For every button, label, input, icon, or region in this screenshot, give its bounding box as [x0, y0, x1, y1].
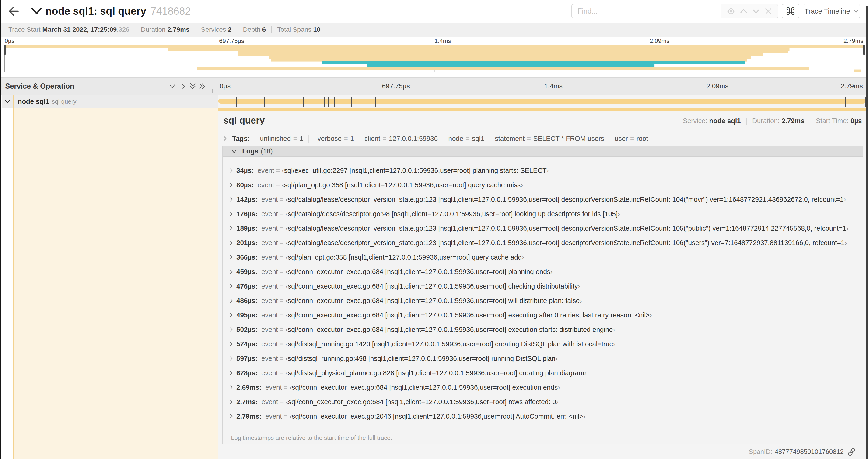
log-value: ‹sql/conn_executor_exec.go:684 [nsql1,cl… [286, 398, 558, 406]
log-row[interactable]: 459µs: event = ‹sql/conn_executor_exec.g… [223, 264, 863, 279]
log-row[interactable]: 502µs: event = ‹sql/conn_executor_exec.g… [223, 322, 863, 337]
log-row[interactable]: 142µs: event = ‹sql/catalog/lease/descri… [223, 192, 863, 207]
deep-link-icon[interactable] [847, 448, 856, 456]
back-arrow-icon [8, 6, 19, 16]
log-value: ‹sql/distsql_running.go:498 [nsql1,clien… [286, 355, 558, 362]
span-collapse-chevron-icon[interactable] [5, 100, 10, 104]
log-rows: 34µs: event = ‹sql/exec_util.go:2297 [ns… [223, 157, 863, 424]
minimap-tick-3: 2.09ms [650, 37, 670, 44]
log-field: event [261, 312, 278, 319]
log-expand-chevron-icon [229, 211, 233, 217]
log-value: ‹sql/distsql_running.go:1420 [nsql1,clie… [286, 340, 616, 348]
tag-equals: = [291, 135, 300, 142]
span-log-mark [333, 97, 334, 107]
log-row[interactable]: 495µs: event = ‹sql/conn_executor_exec.g… [223, 308, 863, 322]
log-expand-chevron-icon [229, 226, 233, 231]
tag-value: sql1 [472, 135, 485, 142]
log-expand-chevron-icon [229, 327, 233, 332]
log-field: event [261, 355, 278, 362]
trace-total-spans: Total Spans 10 [277, 26, 320, 33]
back-button[interactable] [1, 0, 26, 22]
logs-header[interactable]: Logs (18) [223, 146, 863, 157]
collapse-one-icon[interactable] [169, 83, 176, 89]
log-row[interactable]: 486µs: event = ‹sql/conn_executor_exec.g… [223, 293, 863, 308]
log-row[interactable]: 2.7ms: event = ‹sql/conn_executor_exec.g… [223, 395, 863, 409]
log-equals: = [276, 181, 280, 189]
service-operation-header: Service & Operation [5, 78, 74, 95]
minimap-span-bar [239, 53, 763, 56]
focus-target-icon[interactable] [727, 7, 735, 15]
log-expand-chevron-icon [229, 341, 233, 347]
span-indent-guide[interactable] [13, 95, 14, 108]
log-row[interactable]: 597µs: event = ‹sql/distsql_running.go:4… [223, 351, 863, 366]
detail-overview: Service: node sql1 Duration: 2.79ms Star… [683, 117, 862, 125]
trace-minimap[interactable] [4, 45, 865, 72]
expand-one-icon[interactable] [180, 83, 186, 89]
clear-find-icon[interactable] [765, 7, 772, 15]
log-value: ‹sql/plan_opt.go:358 [nsql1,client=127.0… [286, 254, 524, 261]
span-log-mark [843, 97, 843, 107]
tag-item[interactable]: node=sql1 [443, 135, 490, 142]
log-equals: = [280, 283, 284, 290]
log-row[interactable]: 2.69ms: event = ‹sql/conn_executor_exec.… [223, 380, 863, 395]
log-row[interactable]: 80µs: event = ‹sql/plan_opt.go:358 [nsql… [223, 178, 863, 192]
column-divider[interactable] [218, 78, 218, 95]
find-input[interactable] [572, 4, 721, 18]
tag-item[interactable]: _verbose=1 [309, 135, 359, 142]
separator [810, 118, 810, 125]
tag-key: statement [495, 135, 525, 142]
span-row[interactable]: node sql1 sql query [1, 95, 866, 108]
keyboard-shortcuts-button[interactable]: ⌘ [782, 4, 799, 19]
log-equals: = [280, 268, 284, 276]
page-title: node sql1: sql query 7418682 [45, 0, 191, 22]
log-row[interactable]: 678µs: event = ‹sql/distsql_physical_pla… [223, 366, 863, 380]
separator [135, 26, 135, 33]
log-row[interactable]: 201µs: event = ‹sql/catalog/lease/descri… [223, 236, 863, 250]
log-row[interactable]: 2.79ms: event = ‹sql/conn_executor_exec.… [223, 409, 863, 424]
header-tick-3: 2.09ms [706, 78, 728, 95]
find-box [571, 4, 778, 19]
log-row[interactable]: 176µs: event = ‹sql/catalog/descs/descri… [223, 207, 863, 221]
tag-item[interactable]: user=root [610, 135, 653, 142]
log-timestamp: 502µs: [236, 326, 257, 333]
span-duration-bar[interactable] [218, 99, 866, 104]
trace-start: Trace Start March 31 2022, 17:25:09.326 [8, 26, 129, 33]
span-row-timeline[interactable] [218, 95, 866, 108]
tags-expand-chevron-icon [223, 136, 227, 141]
log-row[interactable]: 476µs: event = ‹sql/conn_executor_exec.g… [223, 279, 863, 293]
collapse-trace-chevron-icon[interactable] [31, 7, 42, 15]
span-log-mark [328, 97, 329, 107]
next-result-icon[interactable] [752, 7, 760, 15]
tag-equals: = [525, 135, 533, 142]
tag-item[interactable]: client=127.0.0.1:59936 [359, 135, 443, 142]
log-timestamp: 2.7ms: [236, 398, 258, 406]
trace-id: 7418682 [151, 5, 191, 17]
tag-value: SELECT * FROM users [533, 135, 604, 142]
tag-equals: = [463, 135, 472, 142]
tag-item[interactable]: statement=SELECT * FROM users [490, 135, 610, 142]
log-row[interactable]: 574µs: event = ‹sql/distsql_running.go:1… [223, 337, 863, 351]
trace-duration: Duration 2.79ms [141, 26, 190, 33]
log-field: event [265, 413, 282, 420]
log-field: event [261, 254, 278, 261]
vertical-scrollbar[interactable] [866, 6, 868, 459]
log-field: event [261, 398, 278, 406]
tag-value: 127.0.0.1:59936 [389, 135, 438, 142]
trace-view-dropdown[interactable]: Trace Timeline [804, 4, 860, 19]
collapse-all-icon[interactable] [189, 83, 196, 89]
log-timestamp: 2.79ms: [236, 413, 261, 420]
log-field: event [257, 167, 274, 174]
header-gridline [704, 78, 704, 95]
tag-item[interactable]: _unfinished=1 [251, 135, 308, 142]
log-row[interactable]: 366µs: event = ‹sql/plan_opt.go:358 [nsq… [223, 250, 863, 264]
prev-result-icon[interactable] [739, 7, 748, 15]
column-resizer-grip[interactable] [211, 89, 215, 93]
expand-all-icon[interactable] [198, 83, 205, 89]
log-row[interactable]: 189µs: event = ‹sql/catalog/lease/descri… [223, 221, 863, 236]
span-log-mark [303, 97, 304, 107]
log-equals: = [280, 297, 284, 305]
log-row[interactable]: 34µs: event = ‹sql/exec_util.go:2297 [ns… [223, 163, 863, 178]
log-expand-chevron-icon [229, 284, 233, 289]
tags-row[interactable]: Tags: _unfinished=1_verbose=1client=127.… [223, 134, 653, 143]
detail-header: sql query Service: node sql1 Duration: 2… [223, 115, 863, 130]
